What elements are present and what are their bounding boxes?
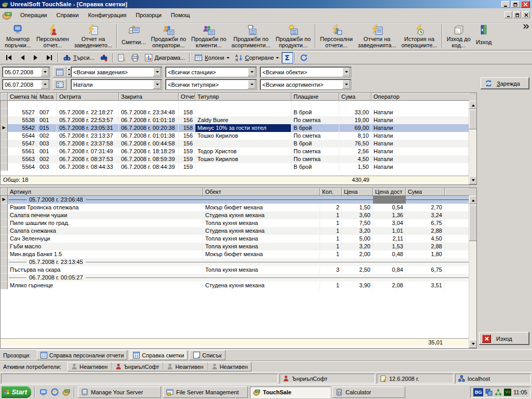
column-header[interactable]: Оператор: [371, 93, 469, 101]
column-header[interactable]: Сума: [339, 93, 371, 101]
operator-filter-select[interactable]: Натали: [71, 79, 162, 90]
language-indicator[interactable]: BG: [473, 388, 483, 396]
diagram-button[interactable]: Диаграма...: [142, 52, 188, 63]
bills-button[interactable]: Сметки...: [119, 23, 148, 49]
titular-filter-select[interactable]: <Всички титуляри>: [165, 79, 257, 90]
table-cell[interactable]: 0,48: [373, 250, 406, 258]
table-cell[interactable]: 5542: [8, 124, 37, 132]
table-row[interactable]: Мин.вода Банкя 1.5Мокър бюфет механа12,0…: [1, 250, 476, 258]
table-cell[interactable]: [445, 211, 469, 219]
table-cell[interactable]: Тошко Кирилов: [195, 155, 291, 163]
table-row[interactable]: 556100106.7.2008 г. 07:31:4906.7.2008 г.…: [1, 148, 476, 155]
table-cell[interactable]: 3,20: [342, 227, 373, 235]
chevron-down-icon[interactable]: [342, 80, 350, 89]
table-cell[interactable]: 6,75: [406, 266, 445, 274]
table-cell[interactable]: В брой: [291, 109, 339, 116]
table-cell[interactable]: 6,75: [406, 219, 445, 227]
table-cell[interactable]: 001: [37, 116, 57, 124]
table-cell[interactable]: 3,51: [406, 282, 445, 289]
table-cell[interactable]: 2: [320, 204, 342, 211]
table-cell[interactable]: [195, 163, 291, 171]
table-row[interactable]: 556400306.7.2008 г. 08:44:3306.7.2008 г.…: [1, 163, 476, 171]
print-button[interactable]: [128, 52, 142, 63]
table-cell[interactable]: Мин.вода Банкя 1.5: [8, 250, 203, 258]
table-cell[interactable]: 1,01: [373, 227, 406, 235]
table-cell[interactable]: 003: [37, 163, 57, 171]
table-cell[interactable]: [445, 227, 469, 235]
table-cell[interactable]: 4,50: [339, 155, 371, 163]
search-next-button[interactable]: [97, 52, 111, 63]
table-cell[interactable]: В брой: [291, 140, 339, 148]
table-cell[interactable]: По сметка: [291, 155, 339, 163]
table-cell[interactable]: 5563: [8, 155, 37, 163]
venues-reports-button[interactable]: Отчети назаведенията...: [355, 23, 399, 49]
table-row[interactable]: 554400205.7.2008 г. 23:13:3706.7.2008 г.…: [1, 132, 476, 140]
table-cell[interactable]: 06.7.2008 г. 08:59:39: [119, 155, 179, 163]
table-cell[interactable]: Мокър бюфет механа: [203, 250, 320, 258]
column-header[interactable]: Плащане: [291, 93, 339, 101]
table-cell[interactable]: 06.7.2008 г. 07:31:49: [57, 148, 119, 155]
table-cell[interactable]: 1,50: [342, 204, 373, 211]
tray-v2-icon[interactable]: V2: [504, 389, 511, 396]
mdi-minimize-button[interactable]: [504, 11, 512, 18]
table-cell[interactable]: 5544: [8, 132, 37, 140]
menu-reports[interactable]: Справки: [51, 10, 83, 20]
table-cell[interactable]: [371, 101, 469, 109]
column-header[interactable]: Кол.: [320, 188, 342, 196]
table-row[interactable]: Пъстърва на скараТопла кухня механа32,50…: [1, 266, 476, 274]
table-cell[interactable]: [445, 250, 469, 258]
table-cell[interactable]: Топла кухня механа: [203, 266, 320, 274]
table-cell[interactable]: [445, 235, 469, 243]
column-header[interactable]: Титуляр: [195, 93, 291, 101]
table-cell[interactable]: Натали: [371, 140, 469, 148]
refresh-button[interactable]: [297, 52, 311, 63]
search-button[interactable]: Търси...: [60, 52, 97, 63]
table-cell[interactable]: 156: [179, 140, 195, 148]
table-cell[interactable]: Топла кухня механа: [203, 235, 320, 243]
mdi-close-button[interactable]: [522, 11, 530, 18]
table-cell[interactable]: Сач Зеленчуци: [8, 235, 203, 243]
task-file-server[interactable]: File Server Management: [163, 387, 248, 398]
user-slot-2[interactable]: ЪнриълСофт: [112, 362, 163, 371]
table-cell[interactable]: Салата печени чушки: [8, 211, 203, 219]
table-row[interactable]: 556300206.7.2008 г. 08:37:5306.7.2008 г.…: [1, 155, 476, 163]
table-cell[interactable]: 158: [179, 124, 195, 132]
table-cell[interactable]: 33,00: [339, 109, 371, 116]
operations-history-button[interactable]: История наоперациите...: [398, 23, 440, 49]
exit-to-code-button[interactable]: Изход докод...: [444, 23, 473, 49]
table-cell[interactable]: 1: [320, 282, 342, 289]
table-cell[interactable]: 2,08: [373, 282, 406, 289]
table-cell[interactable]: 1,50: [339, 163, 371, 171]
table-row[interactable]: Салата снежанкаСтудена кухня механа13,20…: [1, 227, 476, 235]
menu-configuration[interactable]: Конфигурация: [83, 10, 131, 20]
column-header[interactable]: Закрита: [119, 93, 179, 101]
table-cell[interactable]: 06.7.2008 г. 18:18:29: [119, 148, 179, 155]
table-cell[interactable]: 1,80: [406, 250, 445, 258]
column-header[interactable]: Цена дост: [373, 188, 406, 196]
table-cell[interactable]: Натали: [371, 155, 469, 163]
table-cell[interactable]: 06.7.2008 г. 00:20:38: [119, 124, 179, 132]
table-cell[interactable]: 69,00: [339, 124, 371, 132]
table-cell[interactable]: 1: [320, 219, 342, 227]
focused-cell[interactable]: [373, 196, 406, 204]
table-cell[interactable]: 3,04: [373, 219, 406, 227]
user-slot-4[interactable]: Неактивен: [208, 362, 251, 371]
table-cell[interactable]: 05.7.2008 г. 23:05:31: [57, 124, 119, 132]
first-record-button[interactable]: [2, 52, 16, 63]
column-header[interactable]: Октрита: [57, 93, 119, 101]
table-cell[interactable]: 5527: [8, 109, 37, 116]
toolbar-overflow-icon[interactable]: [523, 23, 530, 30]
table-cell[interactable]: [195, 109, 291, 116]
table-cell[interactable]: 1,36: [373, 211, 406, 219]
items-grid-scrollbar[interactable]: [469, 196, 476, 348]
chevron-down-icon[interactable]: [153, 80, 161, 89]
table-cell[interactable]: Натали: [371, 116, 469, 124]
orders-monitor-button[interactable]: Мониторпоръчки...: [2, 23, 34, 49]
column-header[interactable]: Сметка №: [8, 93, 37, 101]
table-cell[interactable]: Пъстърва на скара: [8, 266, 203, 274]
table-cell[interactable]: 3,20: [342, 243, 373, 250]
table-cell[interactable]: [57, 101, 119, 109]
table-cell[interactable]: Студена кухня механа: [203, 211, 320, 219]
table-cell[interactable]: [445, 204, 469, 211]
table-cell[interactable]: 05.7.2008 г. 22:18:27: [57, 109, 119, 116]
